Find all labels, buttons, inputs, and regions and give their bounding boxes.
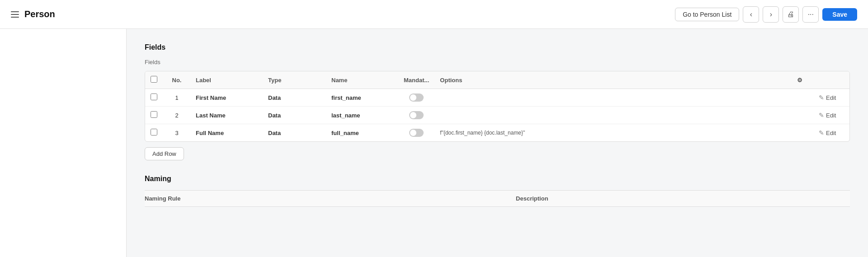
row-edit-cell: ✎ Edit — [813, 107, 849, 124]
row-no: 3 — [163, 124, 190, 142]
gear-icon: ⚙ — [797, 77, 802, 84]
row-name: first_name — [326, 89, 398, 107]
naming-section: Naming Naming Rule Description — [145, 175, 850, 207]
row-label: Full Name — [190, 124, 263, 142]
row-name: last_name — [326, 107, 398, 124]
fields-table: No. Label Type Name Mandat... Options ⚙ — [145, 71, 849, 141]
pencil-icon: ✎ — [819, 112, 824, 119]
naming-section-title: Naming — [145, 175, 850, 183]
hamburger-menu[interactable] — [11, 11, 19, 18]
row-type: Data — [263, 89, 326, 107]
row-checkbox-cell — [145, 89, 163, 107]
table-row: 2 Last Name Data last_name ✎ Edit — [145, 107, 849, 124]
row-gear-cell — [786, 89, 813, 107]
edit-button-2[interactable]: ✎ Edit — [819, 129, 836, 136]
header-label: Label — [190, 71, 263, 89]
prev-button[interactable]: ‹ — [743, 6, 759, 23]
table-row: 1 First Name Data first_name ✎ Edit — [145, 89, 849, 107]
select-all-checkbox[interactable] — [151, 76, 157, 83]
main-layout: Fields Fields No. Label Type Name Ma — [0, 29, 868, 257]
row-gear-cell — [786, 107, 813, 124]
edit-button-0[interactable]: ✎ Edit — [819, 94, 836, 101]
chevron-left-icon: ‹ — [750, 10, 752, 19]
edit-button-1[interactable]: ✎ Edit — [819, 112, 836, 119]
row-no: 2 — [163, 107, 190, 124]
next-button[interactable]: › — [763, 6, 779, 23]
header-name: Name — [326, 71, 398, 89]
header-left: Person — [11, 9, 55, 19]
row-no: 1 — [163, 89, 190, 107]
header-gear-cell: ⚙ — [786, 71, 813, 89]
edit-label: Edit — [826, 112, 836, 119]
row-mandatory — [398, 124, 434, 142]
naming-table: Naming Rule Description — [145, 190, 850, 207]
row-options — [434, 89, 786, 107]
header-options: Options — [434, 71, 786, 89]
print-button[interactable]: 🖨 — [783, 6, 799, 23]
fields-section: Fields Fields No. Label Type Name Ma — [145, 43, 850, 160]
header-type: Type — [263, 71, 326, 89]
edit-label: Edit — [826, 94, 836, 101]
row-type: Data — [263, 124, 326, 142]
row-label: First Name — [190, 89, 263, 107]
pencil-icon: ✎ — [819, 94, 824, 101]
save-button[interactable]: Save — [822, 8, 857, 21]
row-checkbox-0[interactable] — [151, 93, 157, 100]
naming-header-row: Naming Rule Description — [145, 191, 850, 207]
ellipsis-icon: ··· — [808, 10, 814, 19]
table-header-row: No. Label Type Name Mandat... Options ⚙ — [145, 71, 849, 89]
fields-table-wrapper: No. Label Type Name Mandat... Options ⚙ — [145, 71, 850, 142]
content-area: Fields Fields No. Label Type Name Ma — [127, 29, 868, 257]
sidebar — [0, 29, 127, 257]
row-checkbox-1[interactable] — [151, 111, 157, 118]
row-options: f"{doc.first_name} {doc.last_name}" — [434, 124, 786, 142]
add-row-button[interactable]: Add Row — [145, 147, 184, 160]
app-header: Person Go to Person List ‹ › 🖨 ··· Save — [0, 0, 868, 29]
row-checkbox-cell — [145, 107, 163, 124]
mandatory-toggle-0[interactable] — [409, 93, 424, 102]
edit-label: Edit — [826, 130, 836, 136]
description-header: Description — [516, 191, 850, 207]
table-row: 3 Full Name Data full_name f"{doc.first_… — [145, 124, 849, 142]
row-mandatory — [398, 89, 434, 107]
row-label: Last Name — [190, 107, 263, 124]
header-checkbox-cell — [145, 71, 163, 89]
fields-section-title: Fields — [145, 43, 850, 51]
row-mandatory — [398, 107, 434, 124]
header-edit — [813, 71, 849, 89]
header-no: No. — [163, 71, 190, 89]
chevron-right-icon: › — [770, 10, 772, 19]
pencil-icon: ✎ — [819, 129, 824, 136]
naming-rule-header: Naming Rule — [145, 191, 516, 207]
row-edit-cell: ✎ Edit — [813, 124, 849, 142]
header-mandatory: Mandat... — [398, 71, 434, 89]
row-checkbox-2[interactable] — [151, 129, 157, 136]
row-type: Data — [263, 107, 326, 124]
fields-section-subtitle: Fields — [145, 59, 850, 65]
page-title: Person — [24, 9, 55, 19]
row-gear-cell — [786, 124, 813, 142]
header-right: Go to Person List ‹ › 🖨 ··· Save — [675, 6, 857, 23]
row-checkbox-cell — [145, 124, 163, 142]
row-options — [434, 107, 786, 124]
row-edit-cell: ✎ Edit — [813, 89, 849, 107]
print-icon: 🖨 — [787, 10, 794, 19]
mandatory-toggle-2[interactable] — [409, 129, 424, 137]
more-options-button[interactable]: ··· — [802, 6, 819, 23]
go-to-person-list-button[interactable]: Go to Person List — [675, 8, 739, 21]
row-name: full_name — [326, 124, 398, 142]
mandatory-toggle-1[interactable] — [409, 111, 424, 119]
